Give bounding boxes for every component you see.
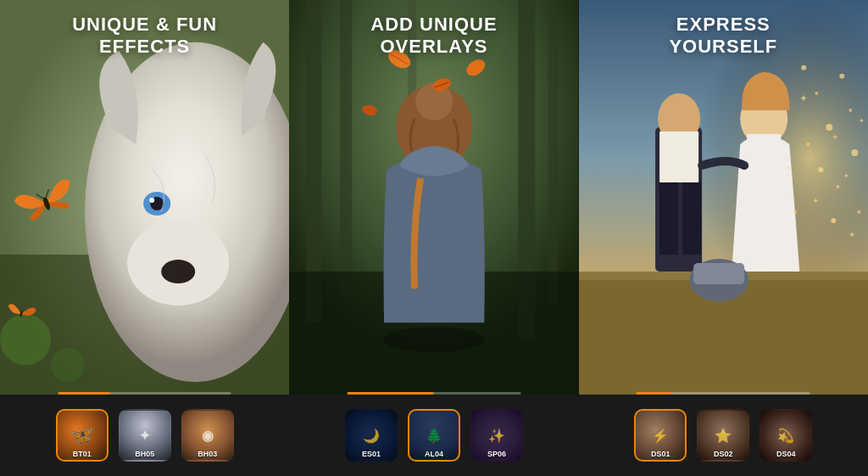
svg-point-8 (0, 314, 51, 365)
svg-text:✦: ✦ (849, 230, 855, 239)
panel-3-scene: ✦ ✦ ✦ ✦ ✦ ✦ ✦ (579, 0, 868, 395)
svg-rect-40 (747, 134, 781, 185)
panel-2-title: ADD UNIQUE OVERLAYS (289, 14, 578, 59)
svg-point-4 (161, 260, 195, 283)
svg-text:✦: ✦ (832, 132, 838, 142)
thumb-ds04[interactable]: 💫 DS04 (760, 409, 812, 462)
thumb-bh03[interactable]: ◉ BH03 (181, 409, 234, 462)
svg-point-48 (836, 185, 839, 188)
panel-1-title: UNIQUE & FUN EFFECTS (0, 14, 289, 59)
thumb-sp06[interactable]: ✨ SP06 (470, 409, 523, 462)
svg-text:✦: ✦ (812, 196, 819, 205)
thumb-bh05[interactable]: ✦ BH05 (119, 409, 171, 462)
panel-overlays: ADD UNIQUE OVERLAYS 🌙 ES01 🌲 AL04 ✨ SP06 (289, 0, 578, 476)
svg-point-50 (793, 210, 797, 214)
svg-point-41 (801, 65, 806, 70)
panel-1-thumbs: 🦋 BT01 ✦ BH05 ◉ BH03 (0, 395, 289, 476)
svg-point-52 (857, 210, 860, 214)
svg-point-42 (815, 92, 818, 95)
svg-rect-37 (682, 182, 701, 255)
panel-2-thumbs: 🌙 ES01 🌲 AL04 ✨ SP06 (289, 395, 578, 476)
thumb-ds01[interactable]: ⚡ DS01 (634, 409, 687, 462)
svg-point-46 (849, 109, 852, 112)
svg-text:✦: ✦ (787, 165, 791, 171)
svg-text:✦: ✦ (843, 172, 849, 180)
svg-point-29 (383, 327, 485, 352)
svg-rect-36 (659, 182, 678, 255)
panel-express: ✦ ✦ ✦ ✦ ✦ ✦ ✦ EXPRESS YOURSELF ⚡ DS01 (579, 0, 868, 476)
svg-text:✦: ✦ (799, 92, 808, 104)
thumb-ds02[interactable]: ⭐ DS02 (697, 409, 749, 462)
panel-2-scene (289, 0, 578, 395)
panel-3-thumbs: ⚡ DS01 ⭐ DS02 💫 DS04 (579, 395, 868, 476)
svg-point-45 (839, 74, 844, 79)
thumb-al04[interactable]: 🌲 AL04 (408, 409, 460, 462)
svg-rect-61 (693, 263, 744, 284)
thumb-bt01[interactable]: 🦋 BT01 (56, 409, 108, 462)
panel-1-scene (0, 0, 289, 395)
svg-rect-38 (659, 132, 698, 182)
svg-point-43 (826, 124, 832, 131)
svg-point-9 (51, 348, 85, 382)
thumb-es01[interactable]: 🌙 ES01 (345, 409, 398, 462)
svg-point-49 (851, 149, 858, 156)
panel-3-title: EXPRESS YOURSELF (579, 14, 868, 59)
svg-text:✦: ✦ (859, 117, 865, 125)
panel-effects: UNIQUE & FUN EFFECTS 🦋 BT01 ✦ BH05 ◉ BH0… (0, 0, 289, 476)
svg-point-47 (818, 167, 823, 172)
svg-point-51 (831, 218, 836, 223)
svg-point-7 (149, 198, 154, 203)
svg-point-44 (806, 143, 810, 146)
